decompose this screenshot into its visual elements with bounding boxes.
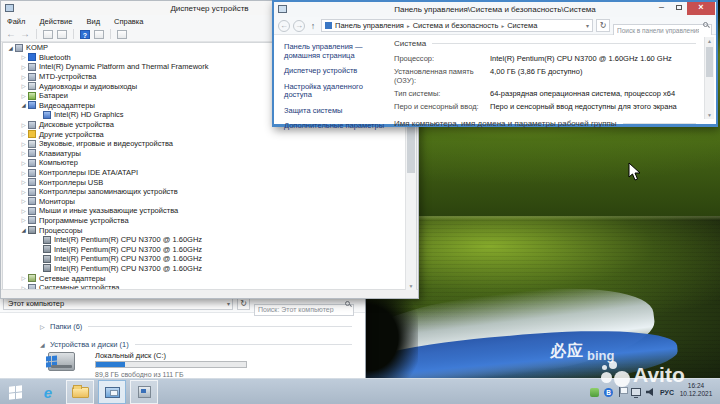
expand-icon[interactable]: ▷ (19, 93, 28, 99)
sidebar-link-system-protection[interactable]: Защита системы (284, 107, 386, 116)
menu-action[interactable]: Действие (39, 17, 72, 26)
control-panel-titlebar[interactable]: Панель управления\Система и безопасность… (274, 2, 716, 17)
tree-item[interactable]: ▷Контроллеры IDE ATA/ATAPI (3, 168, 416, 178)
breadcrumb[interactable]: Панель управления▸Система и безопасность… (321, 19, 593, 32)
chevron-expanded-icon[interactable]: ◢ (40, 341, 50, 348)
scan-hardware-changes-icon[interactable] (117, 30, 127, 39)
explorer-group-label: Устройства и диски (1) (50, 340, 129, 349)
collapse-icon[interactable]: ◢ (19, 227, 28, 233)
menu-file[interactable]: Файл (7, 17, 25, 26)
breadcrumb-segment[interactable]: Система и безопасность (413, 21, 499, 30)
tree-item[interactable]: ▷Контроллеры USB (3, 177, 416, 187)
tree-item[interactable]: ▷Программные устройства (3, 216, 416, 226)
tree-item-label: Клавиатуры (39, 149, 81, 158)
explorer-group-folders[interactable]: ▷ Папки (6) (40, 322, 352, 331)
minimize-button[interactable]: – (653, 2, 670, 15)
clock-date: 10.12.2021 (674, 390, 718, 398)
tree-item[interactable]: Intel(R) Pentium(R) CPU N3700 @ 1.60GHz (3, 254, 416, 264)
expand-icon[interactable]: ▷ (19, 198, 28, 204)
sidebar-link-remote-settings[interactable]: Настройка удаленного доступа (284, 83, 386, 100)
expand-icon[interactable]: ▷ (19, 122, 28, 128)
sidebar-link-advanced-settings[interactable]: Дополнительные параметры (284, 122, 386, 131)
show-console-tree-icon[interactable] (43, 30, 53, 39)
expand-icon[interactable]: ▷ (19, 74, 28, 80)
taskbar-system-window[interactable] (98, 380, 126, 404)
chevron-right-icon[interactable]: ▷ (40, 323, 50, 330)
info-label: Перо и сенсорный ввод: (394, 103, 486, 112)
scroll-up-icon[interactable]: ▲ (705, 38, 714, 44)
folder-icon (72, 387, 89, 398)
expand-icon[interactable]: ▷ (19, 275, 28, 281)
tree-item[interactable]: ▷Компьютер (3, 158, 416, 168)
tree-item-label: Intel(R) Pentium(R) CPU N3700 @ 1.60GHz (54, 235, 202, 244)
menu-view[interactable]: Вид (86, 17, 100, 26)
close-button[interactable]: × (687, 2, 715, 15)
breadcrumb-dropdown-icon[interactable]: ▾ (586, 22, 589, 29)
explorer-window: Этот компьютер ▾ ↻ ▷ Папки (6) ◢ Устройс… (0, 295, 366, 378)
tree-item[interactable]: Intel(R) Pentium(R) CPU N3700 @ 1.60GHz (3, 264, 416, 274)
tree-item-label: Контроллеры USB (39, 178, 103, 187)
scroll-down-icon[interactable]: ▼ (406, 283, 416, 289)
expand-icon[interactable]: ▷ (19, 150, 28, 156)
explorer-group-devices[interactable]: ◢ Устройства и диски (1) (40, 340, 352, 349)
refresh-button[interactable]: ↻ (596, 19, 610, 32)
tree-item[interactable]: ▷Клавиатуры (3, 149, 416, 159)
tree-item[interactable]: ▷Контроллеры запоминающих устройств (3, 187, 416, 197)
local-disk-name[interactable]: Локальный диск (C:) (95, 351, 166, 360)
start-button[interactable] (1, 380, 29, 404)
forward-icon[interactable]: → (20, 29, 30, 39)
taskbar-internet-explorer[interactable]: e (34, 380, 62, 404)
expand-icon[interactable]: ▷ (19, 170, 28, 176)
menu-help[interactable]: Справка (114, 17, 143, 26)
tree-item-label: Контроллеры IDE ATA/ATAPI (39, 168, 138, 177)
tree-item[interactable]: ▷Мыши и иные указывающие устройства (3, 206, 416, 216)
explorer-refresh-button[interactable]: ↻ (237, 298, 250, 310)
toolbar-separator (110, 29, 111, 39)
explorer-search-input[interactable] (254, 304, 354, 316)
expand-icon[interactable]: ▷ (19, 64, 28, 70)
expand-icon[interactable]: ▷ (19, 83, 28, 89)
expand-icon[interactable]: ▷ (19, 160, 28, 166)
tree-item[interactable]: Intel(R) Pentium(R) CPU N3700 @ 1.60GHz (3, 235, 416, 245)
tree-item[interactable]: Intel(R) Pentium(R) CPU N3700 @ 1.60GHz (3, 244, 416, 254)
control-panel-search-box[interactable] (613, 19, 712, 32)
taskbar-file-explorer[interactable] (66, 380, 94, 404)
expand-icon[interactable]: ▷ (19, 54, 28, 60)
tray-app-icon[interactable] (590, 388, 599, 397)
collapse-icon[interactable]: ◢ (6, 45, 15, 51)
collapse-icon[interactable]: ◢ (19, 102, 28, 108)
tree-item[interactable]: ◢Процессоры (3, 225, 416, 235)
expand-icon[interactable]: ▷ (19, 141, 28, 147)
expand-icon[interactable]: ▷ (19, 131, 28, 137)
toolbar-separator (73, 29, 74, 39)
back-icon[interactable]: ← (6, 29, 16, 39)
control-panel-scrollbar[interactable]: ▲ ▼ (704, 37, 714, 119)
taskbar-device-manager[interactable] (130, 380, 158, 404)
expand-icon[interactable]: ▷ (19, 179, 28, 185)
sidebar-link-device-manager[interactable]: Диспетчер устройств (284, 67, 386, 76)
action-pane-icon[interactable] (94, 30, 104, 39)
explorer-search-box[interactable] (254, 298, 354, 310)
help-icon[interactable]: ? (80, 30, 90, 39)
sidebar-link-control-panel-home[interactable]: Панель управления — домашняя страница (284, 43, 386, 60)
maximize-button[interactable] (670, 2, 687, 15)
expand-icon[interactable]: ▷ (19, 189, 28, 195)
up-icon[interactable]: ↑ (308, 21, 318, 31)
local-disk-icon[interactable] (48, 352, 75, 371)
back-icon[interactable]: ← (278, 20, 290, 32)
explorer-address-dropdown-icon[interactable]: ▾ (227, 299, 230, 309)
bluetooth-icon (28, 53, 36, 61)
explorer-address-field[interactable]: Этот компьютер ▾ (3, 298, 233, 310)
tree-item[interactable]: ▷Мониторы (3, 197, 416, 207)
breadcrumb-segment[interactable]: Система (507, 21, 537, 30)
tree-item-label: Другие устройства (39, 130, 104, 139)
expand-icon[interactable]: ▷ (19, 208, 28, 214)
scroll-down-icon[interactable]: ▼ (705, 112, 714, 118)
forward-icon[interactable]: → (293, 20, 305, 32)
breadcrumb-segment[interactable]: Панель управления (335, 21, 404, 30)
properties-icon[interactable] (57, 30, 67, 39)
tree-item[interactable]: ▷Сетевые адаптеры (3, 273, 416, 283)
expand-icon[interactable]: ▷ (19, 217, 28, 223)
tree-item[interactable]: ▷Звуковые, игровые и видеоустройства (3, 139, 416, 149)
scrollbar-thumb[interactable] (706, 47, 713, 77)
